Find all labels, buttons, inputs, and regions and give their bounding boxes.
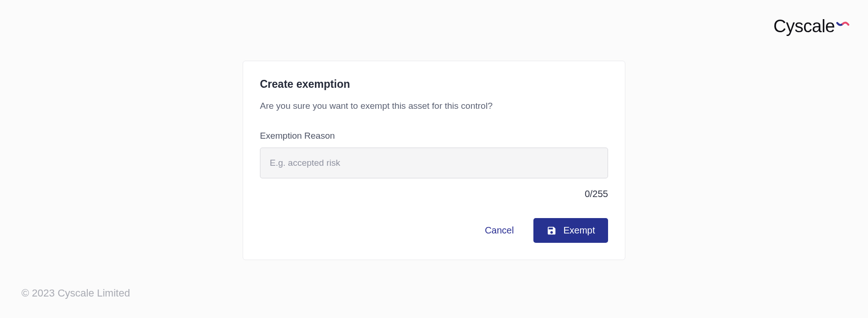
exemption-reason-input[interactable] [260, 148, 608, 178]
brand-mark-icon [836, 21, 849, 32]
cancel-button[interactable]: Cancel [479, 221, 519, 240]
footer-copyright: © 2023 Cyscale Limited [21, 287, 130, 299]
character-count: 0/255 [260, 189, 608, 199]
modal-actions: Cancel Exempt [260, 218, 608, 243]
brand-name: Cyscale [773, 16, 835, 36]
brand-logo: Cyscale [773, 16, 849, 36]
exempt-button[interactable]: Exempt [533, 218, 608, 243]
exempt-button-label: Exempt [563, 225, 595, 236]
save-icon [546, 226, 557, 236]
modal-title: Create exemption [260, 78, 608, 91]
create-exemption-modal: Create exemption Are you sure you want t… [243, 61, 625, 260]
exemption-reason-label: Exemption Reason [260, 131, 608, 141]
modal-description: Are you sure you want to exempt this ass… [260, 101, 608, 111]
